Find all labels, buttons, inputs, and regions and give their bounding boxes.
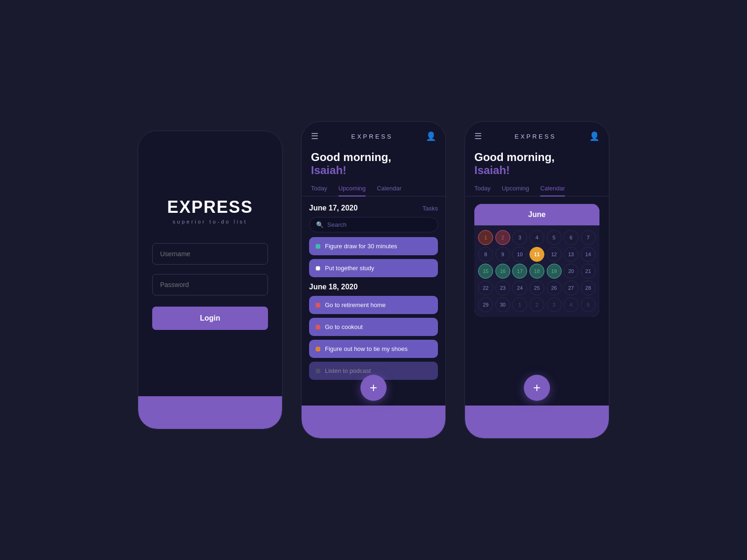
tabs-upcoming: Today Upcoming Calendar (302, 184, 445, 196)
cal-day-30[interactable]: 30 (495, 297, 510, 312)
cal-day-4[interactable]: 4 (529, 230, 544, 245)
fab-container-cal: + (524, 375, 550, 401)
phone-login: EXPRESS superior to-do list Login (138, 131, 282, 429)
tab-upcoming[interactable]: Upcoming (338, 185, 366, 196)
login-logo: EXPRESS superior to-do list (167, 197, 253, 224)
username-field[interactable] (152, 243, 268, 265)
header-upcoming: ☰ EXPRESS 👤 (302, 122, 445, 146)
menu-icon[interactable]: ☰ (311, 131, 318, 141)
bottom-bar-upcoming (302, 406, 445, 438)
cal-day-19[interactable]: 19 (547, 264, 562, 279)
cal-day-28[interactable]: 28 (581, 280, 596, 295)
fab-container: + (360, 375, 387, 401)
app-logo-title: EXPRESS (167, 197, 253, 217)
tab-calendar-cal[interactable]: Calendar (540, 185, 565, 196)
cal-day-8[interactable]: 8 (478, 247, 493, 262)
cal-day-13[interactable]: 13 (564, 247, 578, 262)
task-label: Listen to podcast (325, 367, 371, 374)
cal-day-29[interactable]: 29 (478, 297, 493, 312)
profile-icon[interactable]: 👤 (589, 131, 599, 141)
cal-day-10[interactable]: 10 (512, 247, 527, 262)
add-task-button[interactable]: + (360, 375, 387, 401)
calendar-month: June (474, 204, 599, 225)
task-color-dot (316, 244, 320, 249)
cal-day-11[interactable]: 11 (529, 247, 544, 262)
cal-day-14[interactable]: 14 (581, 247, 596, 262)
cal-day-20[interactable]: 20 (564, 264, 578, 279)
cal-day-overflow-1: 1 (512, 297, 527, 312)
cal-day-1[interactable]: 1 (478, 230, 493, 245)
cal-day-7[interactable]: 7 (581, 230, 596, 245)
cal-day-3[interactable]: 3 (512, 230, 527, 245)
cal-day-15[interactable]: 15 (478, 264, 493, 279)
section-header-june18: June 18, 2020 (309, 283, 438, 291)
cal-day-5[interactable]: 5 (547, 230, 562, 245)
tasks-label: Tasks (423, 205, 438, 212)
cal-day-9[interactable]: 9 (495, 247, 510, 262)
cal-day-2[interactable]: 2 (495, 230, 510, 245)
bottom-bar-login (138, 396, 282, 429)
app-tagline: superior to-do list (167, 219, 253, 224)
tab-upcoming-cal[interactable]: Upcoming (502, 185, 529, 196)
tab-calendar[interactable]: Calendar (377, 185, 402, 196)
phone-calendar: ☰ EXPRESS 👤 Good morning, Isaiah! Today … (465, 121, 609, 439)
greeting-line1: Good morning, (474, 151, 599, 164)
task-item[interactable]: Put together study (309, 259, 438, 277)
search-icon: 🔍 (316, 221, 324, 228)
task-color-dot (316, 369, 320, 373)
task-item[interactable]: Figure draw for 30 minutes (309, 237, 438, 255)
task-item[interactable]: Go to retirement home (309, 296, 438, 314)
section-header-june17: June 17, 2020 Tasks (309, 204, 438, 212)
cal-day-17[interactable]: 17 (512, 264, 527, 279)
tabs-calendar: Today Upcoming Calendar (465, 184, 609, 196)
greeting-line1: Good morning, (311, 151, 436, 164)
calendar-grid: 1 2 3 4 5 6 7 8 9 10 11 12 13 1 (478, 230, 596, 312)
date-june17: June 17, 2020 (309, 204, 358, 212)
cal-day-6[interactable]: 6 (564, 230, 578, 245)
greeting-line2: Isaiah! (474, 164, 599, 177)
task-color-dot (316, 347, 320, 351)
cal-day-27[interactable]: 27 (564, 280, 578, 295)
add-event-button[interactable]: + (524, 375, 550, 401)
cal-day-24[interactable]: 24 (512, 280, 527, 295)
cal-day-overflow-5: 5 (581, 297, 596, 312)
cal-day-overflow-3: 3 (547, 297, 562, 312)
bottom-bar-calendar (465, 406, 609, 438)
menu-icon[interactable]: ☰ (474, 131, 482, 141)
task-color-dot (316, 303, 320, 308)
cal-day-12[interactable]: 12 (547, 247, 562, 262)
cal-day-21[interactable]: 21 (581, 264, 596, 279)
app-name-calendar: EXPRESS (514, 133, 556, 140)
cal-day-overflow-2: 2 (529, 297, 544, 312)
task-item[interactable]: Go to cookout (309, 318, 438, 336)
tab-today[interactable]: Today (311, 185, 327, 196)
screens-container: EXPRESS superior to-do list Login ☰ EXPR… (138, 121, 609, 439)
profile-icon[interactable]: 👤 (426, 131, 436, 141)
cal-day-23[interactable]: 23 (495, 280, 510, 295)
cal-day-18[interactable]: 18 (529, 264, 544, 279)
task-color-dot (316, 325, 320, 329)
phone-upcoming: ☰ EXPRESS 👤 Good morning, Isaiah! Today … (301, 121, 446, 439)
cal-day-25[interactable]: 25 (529, 280, 544, 295)
login-screen: EXPRESS superior to-do list Login (138, 131, 282, 396)
calendar-body: 1 2 3 4 5 6 7 8 9 10 11 12 13 1 (474, 225, 599, 317)
password-field[interactable] (152, 274, 268, 295)
task-label: Figure out how to tie my shoes (325, 345, 408, 352)
cal-day-22[interactable]: 22 (478, 280, 493, 295)
task-label: Go to retirement home (325, 301, 386, 308)
cal-day-16[interactable]: 16 (495, 264, 510, 279)
greeting-line2: Isaiah! (311, 164, 436, 177)
task-label: Put together study (325, 265, 374, 272)
task-item[interactable]: Figure out how to tie my shoes (309, 340, 438, 358)
task-color-dot (316, 266, 320, 271)
date-june18: June 18, 2020 (309, 283, 358, 291)
login-button[interactable]: Login (152, 307, 268, 330)
cal-day-overflow-4: 4 (564, 297, 578, 312)
search-bar[interactable]: 🔍 Search (309, 217, 438, 232)
search-placeholder: Search (327, 221, 346, 228)
app-name-upcoming: EXPRESS (351, 133, 393, 140)
greeting-upcoming: Good morning, Isaiah! (302, 146, 445, 184)
cal-day-26[interactable]: 26 (547, 280, 562, 295)
header-calendar: ☰ EXPRESS 👤 (465, 122, 609, 146)
tab-today-cal[interactable]: Today (474, 185, 491, 196)
